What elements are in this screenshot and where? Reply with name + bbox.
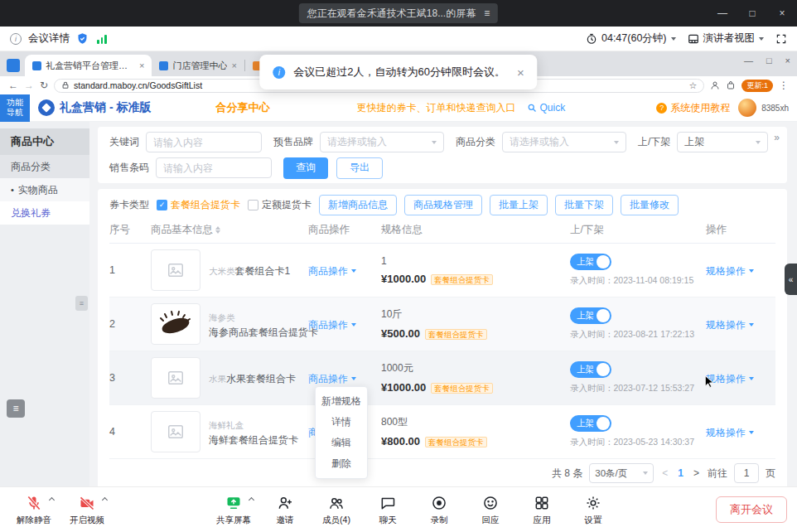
sort-icon[interactable] — [215, 226, 220, 234]
leave-meeting-button[interactable]: 离开会议 — [716, 496, 787, 523]
maximize-button[interactable]: □ — [737, 0, 767, 27]
user-avatar[interactable] — [738, 99, 756, 117]
browser-minimize-button[interactable]: — — [744, 56, 753, 65]
meeting-details-link[interactable]: 会议详情 — [28, 31, 70, 46]
bottombar-item-share-screen[interactable]: 共享屏幕 — [210, 494, 258, 526]
add-product-button[interactable]: 新增商品信息 — [319, 195, 397, 215]
bottombar-item-record[interactable]: 录制 — [415, 494, 463, 526]
browser-tab-gift-admin[interactable]: 礼盒营销平台管理中心 × — [25, 55, 152, 76]
export-button[interactable]: 导出 — [336, 157, 383, 179]
meeting-timer-dropdown[interactable]: 04:47(60分钟) — [586, 31, 676, 46]
bottombar-item-invite[interactable]: 邀请 — [261, 494, 309, 526]
spec-op-dropdown[interactable]: 规格操作 — [706, 264, 754, 278]
batch-offshelf-button[interactable]: 批量下架 — [555, 195, 613, 215]
batch-onshelf-button[interactable]: 批量上架 — [490, 195, 548, 215]
filter-collapse-icon[interactable]: » — [774, 132, 779, 143]
search-button[interactable]: 查询 — [283, 157, 328, 179]
spec-op-dropdown[interactable]: 规格操作 — [706, 372, 754, 386]
security-shield-icon[interactable] — [76, 32, 89, 45]
onshelf-toggle[interactable]: 上架 — [570, 361, 611, 378]
sidebar-group-product-center[interactable]: 商品中心 — [0, 128, 89, 155]
fullscreen-button[interactable] — [775, 33, 787, 45]
keyword-input[interactable] — [146, 132, 262, 152]
tab-close-icon[interactable]: × — [139, 60, 144, 70]
goto-page-input[interactable]: 1 — [734, 463, 759, 483]
browser-close-button[interactable]: × — [785, 56, 790, 65]
bottombar-item-members[interactable]: 成员(4) — [312, 494, 360, 526]
spec-op-dropdown[interactable]: 规格操作 — [706, 426, 754, 440]
side-drawer-handle[interactable]: « — [785, 264, 797, 295]
bottombar-item-start-video[interactable]: 开启视频 — [63, 494, 111, 526]
bottombar-item-apps[interactable]: 应用 — [518, 494, 566, 526]
view-mode-dropdown[interactable]: 演讲者视图 — [688, 31, 765, 46]
browser-menu-icon[interactable]: ⋮ — [779, 80, 789, 91]
browser-tab-store-admin[interactable]: 门店管理中心 × — [152, 55, 244, 76]
toggle-knob — [597, 417, 610, 430]
banner-close-icon[interactable]: × — [517, 65, 524, 80]
meeting-panel-toggle[interactable]: ≡ — [7, 399, 25, 418]
page-size-select[interactable]: 30条/页 — [589, 463, 654, 483]
entry-time: 录入时间：2023-07-12 15:53:27 — [570, 383, 701, 394]
tab-close-icon[interactable]: × — [231, 60, 236, 70]
extensions-puzzle-icon[interactable] — [726, 80, 736, 90]
back-icon[interactable]: ← — [8, 80, 18, 91]
chevron-up-icon[interactable] — [102, 496, 108, 502]
category-select[interactable]: 请选择或输入 — [502, 132, 626, 152]
sidebar-item-product-category[interactable]: 商品分类 — [0, 155, 89, 178]
spec-op-dropdown[interactable]: 规格操作 — [706, 318, 754, 332]
prev-page-button[interactable]: < — [660, 467, 669, 479]
function-nav-toggle[interactable]: 功能导航 — [0, 94, 30, 122]
goto-label: 前往 — [708, 467, 727, 481]
onshelf-toggle[interactable]: 上架 — [570, 254, 611, 270]
browser-maximize-button[interactable]: □ — [766, 56, 772, 65]
product-op-dropdown[interactable]: 商品操作 — [308, 318, 356, 332]
menu-item-delete[interactable]: 删除 — [316, 453, 367, 474]
chevron-down-icon — [671, 37, 676, 41]
bookmark-star-icon[interactable]: ☆ — [689, 80, 698, 91]
bottombar-item-reaction[interactable]: 回应 — [466, 494, 514, 526]
current-page[interactable]: 1 — [676, 467, 685, 479]
quick-search-link[interactable]: Quick — [527, 102, 565, 114]
barcode-input[interactable] — [156, 157, 272, 178]
sidebar-item-physical-goods[interactable]: • 实物商品 — [0, 178, 89, 201]
col-info[interactable]: 商品基本信息 — [151, 223, 308, 237]
share-center-link[interactable]: 合分享中心 — [215, 100, 269, 115]
forward-icon[interactable]: → — [24, 80, 34, 91]
onshelf-toggle[interactable]: 上架 — [570, 307, 611, 324]
sidebar-item-gift-voucher[interactable]: 兑换礼券 — [0, 201, 89, 225]
chevron-up-icon[interactable] — [249, 496, 254, 502]
brand-select[interactable]: 请选择或输入 — [320, 132, 444, 152]
reload-icon[interactable]: ↻ — [40, 80, 48, 91]
mic-off-icon — [26, 494, 42, 512]
browser-update-badge[interactable]: 更新:1 — [741, 80, 773, 92]
sidebar-collapse-handle[interactable]: ≡ — [75, 296, 88, 311]
spec-manage-button[interactable]: 商品规格管理 — [404, 195, 482, 215]
batch-edit-button[interactable]: 批量修改 — [621, 195, 679, 215]
table-header: 序号 商品基本信息 商品操作 规格信息 上/下架 操作 — [109, 217, 775, 244]
bottombar-item-chat[interactable]: 聊天 — [364, 494, 412, 526]
product-thumbnail — [151, 303, 200, 345]
browser-logo-icon[interactable] — [7, 59, 20, 72]
title-menu-icon[interactable]: ≡ — [484, 7, 490, 19]
bottombar-item-unmute[interactable]: 解除静音 — [10, 494, 58, 526]
bottombar-item-settings[interactable]: 设置 — [569, 494, 617, 526]
watching-title: 您正在观看金禾通技术王斌18...的屏幕 — [307, 7, 476, 21]
onshelf-toggle[interactable]: 上架 — [570, 415, 611, 432]
tutorial-link[interactable]: ? 系统使用教程 — [656, 101, 730, 115]
product-op-dropdown-open[interactable]: 商品操作 — [308, 372, 356, 386]
entry-time: 录入时间：2023-08-21 17:22:13 — [570, 329, 701, 341]
next-page-button[interactable]: > — [692, 467, 701, 479]
checkbox-combo-card[interactable]: ✓ 套餐组合提货卡 — [157, 198, 240, 212]
minimize-button[interactable]: — — [708, 0, 737, 27]
product-category: 水果 — [209, 374, 226, 384]
menu-item-details[interactable]: 详情 — [316, 412, 367, 433]
profile-icon[interactable] — [710, 80, 720, 90]
menu-item-add-spec[interactable]: 新增规格 — [316, 391, 367, 412]
close-button[interactable]: × — [767, 0, 797, 27]
checkbox-fixed-card[interactable]: 定额提货卡 — [248, 198, 312, 212]
menu-item-edit[interactable]: 编辑 — [316, 433, 367, 453]
app-brand-title: 礼盒营销 - 标准版 — [60, 100, 151, 115]
shelf-select[interactable]: 上架 — [677, 132, 768, 152]
chevron-up-icon[interactable] — [49, 496, 55, 502]
product-op-dropdown[interactable]: 商品操作 — [308, 264, 356, 278]
